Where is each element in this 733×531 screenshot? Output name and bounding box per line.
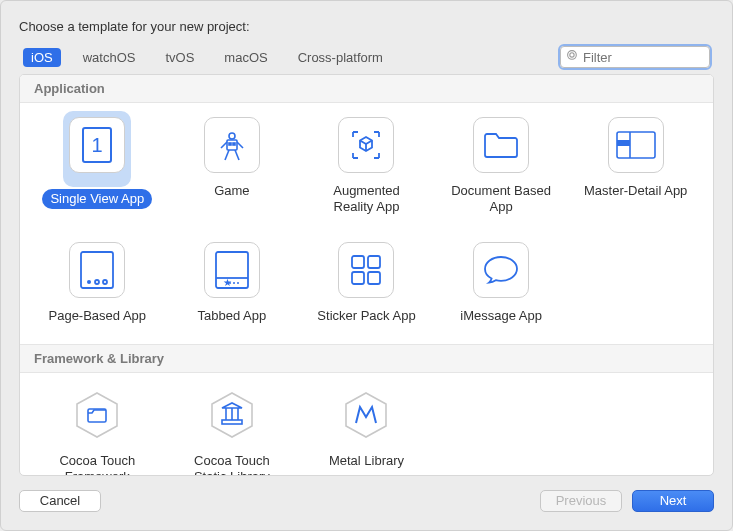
folder-icon bbox=[473, 117, 529, 181]
svg-rect-28 bbox=[368, 272, 380, 284]
sticker-icon bbox=[338, 242, 394, 306]
svg-rect-19 bbox=[216, 252, 248, 288]
dialog-footer: Cancel Previous Next bbox=[19, 490, 714, 512]
svg-line-8 bbox=[225, 150, 229, 160]
tabbed-icon: ★ bbox=[204, 242, 260, 306]
template-metal-library[interactable]: Metal Library bbox=[299, 387, 434, 476]
next-button[interactable]: Next bbox=[632, 490, 714, 512]
library-icon bbox=[204, 387, 260, 443]
imessage-icon bbox=[473, 242, 529, 306]
master-detail-icon bbox=[608, 117, 664, 181]
template-label: Cocoa Touch Static Library bbox=[172, 451, 292, 476]
template-label: Single View App bbox=[42, 189, 152, 209]
template-single-view-app[interactable]: 1 Single View App bbox=[30, 117, 165, 218]
template-imessage-app[interactable]: iMessage App bbox=[434, 242, 569, 326]
svg-rect-15 bbox=[81, 252, 113, 288]
platform-tabs: iOS watchOS tvOS macOS Cross-platform bbox=[23, 48, 391, 67]
template-cocoa-touch-static-library[interactable]: Cocoa Touch Static Library bbox=[165, 387, 300, 476]
metal-icon bbox=[338, 387, 394, 443]
svg-rect-32 bbox=[222, 420, 242, 424]
template-game[interactable]: Game bbox=[165, 117, 300, 218]
tab-crossplatform[interactable]: Cross-platform bbox=[290, 48, 391, 67]
svg-point-24 bbox=[237, 282, 239, 284]
svg-rect-27 bbox=[352, 272, 364, 284]
template-label: iMessage App bbox=[452, 306, 550, 326]
template-label: Augmented Reality App bbox=[306, 181, 426, 218]
top-bar: iOS watchOS tvOS macOS Cross-platform bbox=[19, 46, 714, 68]
svg-marker-36 bbox=[346, 393, 386, 437]
cancel-button[interactable]: Cancel bbox=[19, 490, 101, 512]
template-master-detail-app[interactable]: Master-Detail App bbox=[568, 117, 703, 218]
svg-line-7 bbox=[237, 142, 243, 148]
svg-rect-25 bbox=[352, 256, 364, 268]
tab-watchos[interactable]: watchOS bbox=[75, 48, 144, 67]
previous-button: Previous bbox=[540, 490, 622, 512]
svg-rect-11 bbox=[233, 143, 235, 145]
template-label: Tabbed App bbox=[190, 306, 275, 326]
template-label: Page-Based App bbox=[41, 306, 155, 326]
svg-point-22 bbox=[229, 282, 231, 284]
new-project-template-dialog: Choose a template for your new project: … bbox=[0, 0, 733, 531]
template-label: Document Based App bbox=[441, 181, 561, 218]
template-label: Sticker Pack App bbox=[309, 306, 423, 326]
page-based-icon bbox=[69, 242, 125, 306]
svg-rect-14 bbox=[617, 140, 630, 146]
tab-ios[interactable]: iOS bbox=[23, 48, 61, 67]
svg-marker-29 bbox=[77, 393, 117, 437]
template-sticker-pack-app[interactable]: Sticker Pack App bbox=[299, 242, 434, 326]
single-view-app-icon: 1 bbox=[63, 111, 131, 187]
section-header-framework: Framework & Library bbox=[20, 344, 713, 373]
template-ar-app[interactable]: Augmented Reality App bbox=[299, 117, 434, 218]
svg-line-6 bbox=[221, 142, 227, 148]
template-label: Master-Detail App bbox=[576, 181, 695, 201]
tab-tvos[interactable]: tvOS bbox=[157, 48, 202, 67]
template-cocoa-touch-framework[interactable]: Cocoa Touch Framework bbox=[30, 387, 165, 476]
section-header-application: Application bbox=[20, 75, 713, 103]
svg-point-23 bbox=[233, 282, 235, 284]
tab-macos[interactable]: macOS bbox=[216, 48, 275, 67]
game-icon bbox=[204, 117, 260, 181]
svg-point-4 bbox=[229, 133, 235, 139]
svg-point-18 bbox=[103, 280, 107, 284]
template-panel: Application 1 Single View App bbox=[19, 74, 714, 476]
template-label: Metal Library bbox=[321, 451, 412, 471]
application-grid: 1 Single View App bbox=[20, 103, 713, 344]
svg-point-17 bbox=[95, 280, 99, 284]
template-page-based-app[interactable]: Page-Based App bbox=[30, 242, 165, 326]
framework-icon bbox=[69, 387, 125, 443]
svg-rect-26 bbox=[368, 256, 380, 268]
svg-rect-10 bbox=[229, 143, 231, 145]
filter-input[interactable] bbox=[560, 46, 710, 68]
svg-point-16 bbox=[87, 280, 91, 284]
template-tabbed-app[interactable]: ★ Tabbed App bbox=[165, 242, 300, 326]
dialog-title: Choose a template for your new project: bbox=[19, 19, 714, 34]
svg-rect-30 bbox=[88, 409, 106, 422]
ar-icon bbox=[338, 117, 394, 181]
svg-line-9 bbox=[235, 150, 239, 160]
template-document-app[interactable]: Document Based App bbox=[434, 117, 569, 218]
framework-grid: Cocoa Touch Framework Cocoa Touch Static… bbox=[20, 373, 713, 476]
template-label: Game bbox=[206, 181, 257, 201]
template-label: Cocoa Touch Framework bbox=[37, 451, 157, 476]
search-wrap bbox=[560, 46, 710, 68]
svg-text:1: 1 bbox=[92, 134, 103, 156]
